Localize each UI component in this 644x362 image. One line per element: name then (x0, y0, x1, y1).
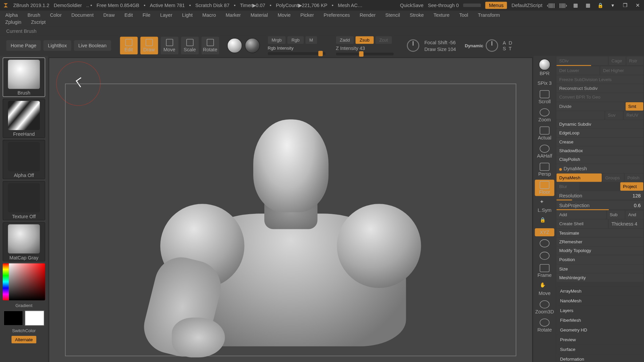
dial-t[interactable]: T (508, 46, 512, 51)
seethrough-slider[interactable]: See-through 0 (428, 3, 459, 8)
arraymesh-palette[interactable]: ArrayMesh (556, 286, 643, 296)
menus-button[interactable]: Menus (485, 2, 507, 9)
rgb-intensity-slider[interactable] (268, 52, 325, 55)
crease-section[interactable]: Crease (556, 137, 643, 146)
menu-material[interactable]: Material (251, 12, 268, 18)
menu-light[interactable]: Light (182, 12, 193, 18)
color-secondary[interactable] (4, 311, 23, 326)
groups-button[interactable]: Groups (603, 173, 624, 182)
nav-rotate[interactable]: Rotate (535, 317, 554, 334)
next-arrows-icon[interactable]: |||||› (559, 1, 567, 9)
nav-persp[interactable]: Persp (535, 162, 554, 178)
nav-frame[interactable]: Frame (535, 263, 554, 279)
nav-lock[interactable]: 🔒 (535, 216, 554, 227)
material-sphere-a[interactable] (227, 38, 242, 53)
cage-button[interactable]: Cage (609, 57, 626, 65)
menu-color[interactable]: Color (50, 12, 62, 18)
nav-spix[interactable]: SPix 3 (535, 79, 554, 87)
close-icon[interactable]: ✕ (634, 1, 642, 9)
shadowbox-section[interactable]: ShadowBox (556, 146, 643, 155)
dial-s[interactable]: S (503, 46, 506, 51)
divide-button[interactable]: Divide (556, 102, 625, 110)
position-section[interactable]: Position (556, 255, 643, 264)
suv-button[interactable]: Suv (605, 111, 623, 119)
nav-lsym[interactable]: ✦L.Sym (535, 198, 554, 214)
reconstruct-subdiv-button[interactable]: Reconstruct Subdiv (556, 84, 643, 93)
maximize-icon[interactable]: ❐ (621, 1, 629, 9)
material-sphere-b[interactable] (245, 38, 260, 53)
minimize-icon[interactable]: ▾ (609, 1, 617, 9)
layout-b-icon[interactable]: ▦ (584, 1, 592, 9)
focal-dial[interactable] (407, 39, 419, 52)
menu-macro[interactable]: Macro (202, 12, 216, 18)
draw-mode-button[interactable]: Draw (140, 37, 158, 55)
menu-preferences[interactable]: Preferences (324, 12, 350, 18)
del-higher-button[interactable]: Del Higher (600, 66, 643, 75)
deformation-palette[interactable]: Deformation (556, 354, 643, 362)
geometryhd-palette[interactable]: Geometry HD (556, 325, 643, 335)
convert-bpr-button[interactable]: Convert BPR To Geo (556, 93, 643, 102)
del-lower-button[interactable]: Del Lower (556, 66, 599, 75)
layout-a-icon[interactable]: ▦ (572, 1, 580, 9)
scale-mode-button[interactable]: Scale (181, 37, 199, 55)
menu-brush[interactable]: Brush (28, 12, 40, 18)
subprojection-slider[interactable]: SubProjection0.6 (556, 201, 643, 209)
menu-transform[interactable]: Transform (478, 12, 500, 18)
nav-xyz[interactable]: XYZ (535, 228, 554, 236)
polish-button[interactable]: Polish (625, 173, 643, 182)
nav-move[interactable]: ✋Move (535, 281, 554, 297)
sdiv-slider[interactable]: SDiv (556, 57, 608, 65)
tessimate-section[interactable]: Tessimate (556, 229, 643, 237)
menu-texture[interactable]: Texture (433, 12, 449, 18)
add-button[interactable]: Add (556, 210, 606, 219)
size-section[interactable]: Size (556, 264, 643, 273)
menu-render[interactable]: Render (360, 12, 376, 18)
viewport[interactable] (49, 58, 533, 362)
menu-zplugin[interactable]: Zplugin (5, 19, 21, 25)
menu-document[interactable]: Document (71, 12, 94, 18)
prev-arrows-icon[interactable]: ‹||||| (547, 1, 555, 9)
dynamic-subdiv-section[interactable]: Dynamic Subdiv (556, 120, 643, 128)
menu-movie[interactable]: Movie (278, 12, 291, 18)
sub-button[interactable]: Sub (607, 210, 625, 219)
menu-file[interactable]: File (143, 12, 150, 18)
menu-zscript[interactable]: Zscript (31, 19, 46, 25)
menu-alpha[interactable]: Alpha (5, 12, 18, 18)
lock-icon[interactable]: 🔒 (596, 1, 604, 9)
meshintegrity-section[interactable]: MeshIntegrity (556, 273, 643, 282)
nav-bpr[interactable]: BPR (535, 58, 554, 77)
dial-a[interactable]: A (503, 40, 506, 45)
sv-field[interactable] (9, 263, 45, 300)
home-page-button[interactable]: Home Page (6, 40, 41, 51)
quicksave-button[interactable]: QuickSave (400, 3, 423, 8)
material-swatch[interactable]: MatCap Gray (3, 222, 45, 261)
default-zscript[interactable]: DefaultZScript (512, 3, 542, 8)
surface-palette[interactable]: Surface (556, 345, 643, 354)
zcut-button[interactable]: Zcut (375, 36, 392, 44)
dynamesh-section[interactable]: DynaMesh (556, 164, 643, 173)
menu-layer[interactable]: Layer (160, 12, 172, 18)
menu-stroke[interactable]: Stroke (410, 12, 424, 18)
draw-dial[interactable] (486, 39, 498, 52)
seethrough-track[interactable] (463, 4, 481, 7)
move-mode-button[interactable]: Move (161, 37, 178, 55)
modify-topology-section[interactable]: Modify Topology (556, 247, 643, 255)
dynamesh-button[interactable]: DynaMesh (556, 173, 602, 182)
and-button[interactable]: And (626, 210, 643, 219)
nav-floor[interactable]: Floor (535, 180, 554, 196)
preview-palette[interactable]: Preview (556, 335, 643, 344)
zsub-button[interactable]: Zsub (356, 36, 373, 44)
live-boolean-button[interactable]: Live Boolean (74, 40, 111, 51)
edgeloop-section[interactable]: EdgeLoop (556, 129, 643, 137)
menu-edit[interactable]: Edit (124, 12, 133, 18)
stroke-swatch[interactable]: FreeHand (3, 99, 45, 138)
menu-draw[interactable]: Draw (103, 12, 115, 18)
alternate-button[interactable]: Alternate (11, 336, 36, 343)
nav-rot2[interactable] (535, 250, 554, 261)
project-button[interactable]: Project (620, 182, 643, 190)
create-shell-button[interactable]: Create Shell (556, 220, 608, 228)
color-picker[interactable] (3, 263, 45, 300)
nav-aahalf[interactable]: AAHalf (535, 143, 554, 160)
rotate-mode-button[interactable]: Rotate (201, 37, 219, 55)
freeze-subdiv-button[interactable]: Freeze SubDivision Levels (556, 75, 643, 83)
